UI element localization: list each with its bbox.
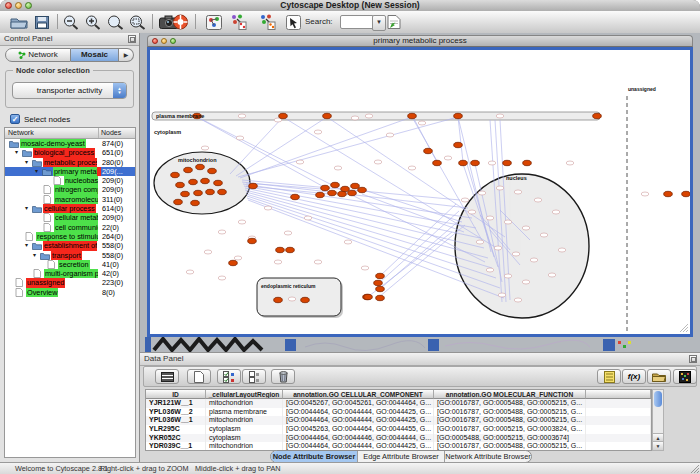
disclosure-triangle-icon[interactable]: ▾ [33, 251, 40, 260]
node-highlighted[interactable] [338, 191, 347, 196]
node-highlighted[interactable] [523, 160, 532, 165]
tab-mosaic[interactable]: Mosaic [71, 48, 119, 62]
zoom-in-icon[interactable] [83, 13, 103, 31]
table-cell[interactable] [586, 416, 651, 425]
node-highlighted[interactable] [249, 183, 258, 188]
table-cell[interactable]: [GO:0016787, GO:0005488, GO:0005215, G..… [434, 408, 586, 417]
table-column-header[interactable] [586, 390, 651, 399]
disclosure-triangle-icon[interactable]: ▾ [35, 167, 42, 176]
network-close-button[interactable] [152, 38, 158, 44]
node-highlighted[interactable] [191, 200, 200, 205]
table-cell[interactable]: YJR121W__1 [146, 399, 206, 408]
close-button[interactable] [5, 2, 12, 9]
table-column-header[interactable]: ID [146, 390, 206, 399]
node-highlighted[interactable] [174, 199, 183, 204]
table-cell[interactable]: YPL036W__1 [146, 416, 206, 425]
table-row[interactable]: YKR052Ccytoplasm[GO:0044464, GO:0044446,… [146, 434, 651, 443]
float-panel-icon[interactable] [689, 355, 697, 363]
delete-attribute-icon[interactable] [271, 369, 295, 384]
node-highlighted[interactable] [194, 190, 203, 195]
node-highlighted[interactable] [218, 189, 227, 194]
table-cell[interactable]: [GO:0044464, GO:0044446, GO:0044444, G..… [283, 434, 434, 443]
table-cell[interactable]: [GO:0045267, GO:0045261, GO:0044464, G..… [283, 399, 434, 408]
table-cell[interactable]: YPL036W__2 [146, 408, 206, 417]
table-cell[interactable]: [GO:0044464, GO:0044444, GO:0044425, G..… [283, 416, 434, 425]
disclosure-triangle-icon[interactable]: ▾ [25, 204, 32, 213]
node-highlighted[interactable] [291, 194, 300, 199]
tree-row[interactable]: cellular metabo209(0) [5, 213, 135, 222]
node-highlighted[interactable] [503, 160, 512, 165]
more-tabs-button[interactable]: ▶ [119, 48, 134, 62]
tree-row[interactable]: ▾primary metabo209(... [5, 167, 135, 176]
table-cell[interactable] [586, 408, 651, 417]
network-canvas[interactable]: plasma membranecytoplasmmitochondrionnuc… [150, 50, 690, 334]
node-highlighted[interactable] [274, 297, 283, 302]
tree-row[interactable]: ▾metabolic process280(0) [5, 158, 135, 167]
node-color-dropdown[interactable]: transporter activity ▲▼ [12, 82, 127, 99]
node-highlighted[interactable] [459, 160, 468, 165]
annotations-icon[interactable] [283, 13, 303, 31]
open-session-icon[interactable] [8, 13, 30, 31]
node-highlighted[interactable] [206, 189, 215, 194]
node-highlighted[interactable] [433, 160, 442, 165]
tree-col-network[interactable]: Network [5, 128, 98, 138]
node-highlighted[interactable] [341, 186, 350, 191]
unselect-attributes-icon[interactable] [242, 369, 266, 384]
tree-row[interactable]: secretion41(0) [5, 260, 135, 269]
tree-row[interactable]: ▾cellular process614(0) [5, 204, 135, 213]
layout-b-icon[interactable] [257, 13, 277, 31]
table-cell[interactable]: [GO:0016787, GO:0005488, GO:0005215, G..… [434, 399, 586, 408]
node-highlighted[interactable] [358, 187, 367, 192]
table-cell[interactable]: [GO:0016787, GO:0005488, GO:0005215, G..… [434, 416, 586, 425]
import-attributes-icon[interactable] [647, 369, 671, 384]
float-panel-icon[interactable] [128, 35, 136, 43]
table-cell[interactable] [586, 434, 651, 443]
zoom-fit-icon[interactable] [105, 13, 125, 31]
node-highlighted[interactable] [424, 148, 433, 153]
network-window[interactable]: primary metabolic process plasma membran… [147, 35, 693, 337]
search-input[interactable] [340, 15, 374, 29]
zoom-button[interactable] [25, 2, 32, 9]
table-cell[interactable]: [GO:0045263, GO:0044464, GO:0044455, G..… [283, 425, 434, 434]
attribute-table[interactable]: ID_cellularLayoutRegionannotation.GO CEL… [145, 389, 652, 451]
table-column-header[interactable]: _cellularLayoutRegion [206, 390, 283, 399]
minimize-button[interactable] [15, 2, 22, 9]
node-highlighted[interactable] [351, 183, 360, 188]
table-cell[interactable]: [GO:0005488, GO:0005215, GO:0003674] [434, 434, 586, 443]
tree-row[interactable]: ▾transport558(0) [5, 251, 135, 260]
table-cell[interactable]: [GO:0016787, GO:0005215, GO:0003824, G..… [434, 425, 586, 434]
tab-edge-attribute-browser[interactable]: Edge Attribute Browser [358, 451, 445, 462]
network-zoom-button[interactable] [170, 38, 176, 44]
tree-row[interactable]: ▾establishment of lo558(0) [5, 241, 135, 250]
table-row[interactable]: YPL036W__1mitochondrion[GO:0044464, GO:0… [146, 416, 651, 425]
node-highlighted[interactable] [331, 182, 340, 187]
table-cell[interactable] [586, 442, 651, 451]
node-highlighted[interactable] [229, 260, 238, 265]
scroll-down-icon[interactable]: ▼ [653, 441, 663, 450]
tree-row[interactable]: nitrogen compo209(0) [5, 185, 135, 194]
tab-node-attribute-browser[interactable]: Node Attribute Browser [271, 451, 358, 462]
node-highlighted[interactable] [189, 179, 198, 184]
disclosure-triangle-icon[interactable]: ▾ [15, 148, 22, 157]
table-cell[interactable]: cytoplasm [206, 434, 283, 443]
node-highlighted[interactable] [471, 160, 480, 165]
attribute-list-icon[interactable] [597, 369, 621, 384]
layout-a-icon[interactable] [228, 13, 248, 31]
zoom-out-icon[interactable] [61, 13, 81, 31]
table-row[interactable]: YPL036W__2plasma membrane[GO:0044464, GO… [146, 408, 651, 417]
table-row[interactable]: YJR121W__1mitochondrion[GO:0045267, GO:0… [146, 399, 651, 408]
node-highlighted[interactable] [248, 238, 257, 243]
node-highlighted[interactable] [364, 294, 373, 299]
node-highlighted[interactable] [454, 113, 463, 118]
node-highlighted[interactable] [171, 172, 180, 177]
disclosure-triangle-icon[interactable]: ▾ [25, 241, 32, 250]
tree-row[interactable]: mosaic-demo-yeast874(0) [5, 139, 135, 148]
node-highlighted[interactable] [286, 247, 295, 252]
import-table-icon[interactable] [385, 13, 403, 31]
scrollbar-thumb[interactable] [654, 391, 662, 407]
table-cell[interactable]: plasma membrane [206, 408, 283, 417]
tree-col-nodes[interactable]: Nodes [98, 128, 135, 138]
table-cell[interactable]: mitochondrion [206, 442, 283, 451]
node-highlighted[interactable] [664, 191, 673, 196]
tree-row[interactable]: multi-organism pro42(0) [5, 269, 135, 278]
